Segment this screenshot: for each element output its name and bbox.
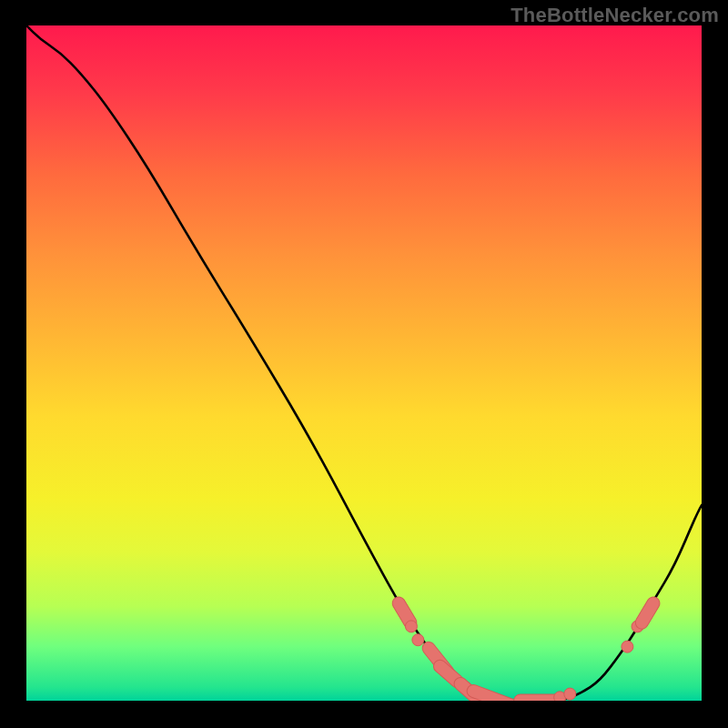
curve-marker [405,621,417,632]
curve-marker [633,594,662,631]
bottleneck-curve [26,25,702,701]
watermark-label: TheBottleNecker.com [511,4,719,27]
curve-marker [622,641,633,652]
curve-layer [26,25,702,701]
curve-marker [564,688,576,700]
curve-marker [412,634,424,646]
chart-container: TheBottleNecker.com [0,0,728,728]
plot-area [26,25,702,701]
